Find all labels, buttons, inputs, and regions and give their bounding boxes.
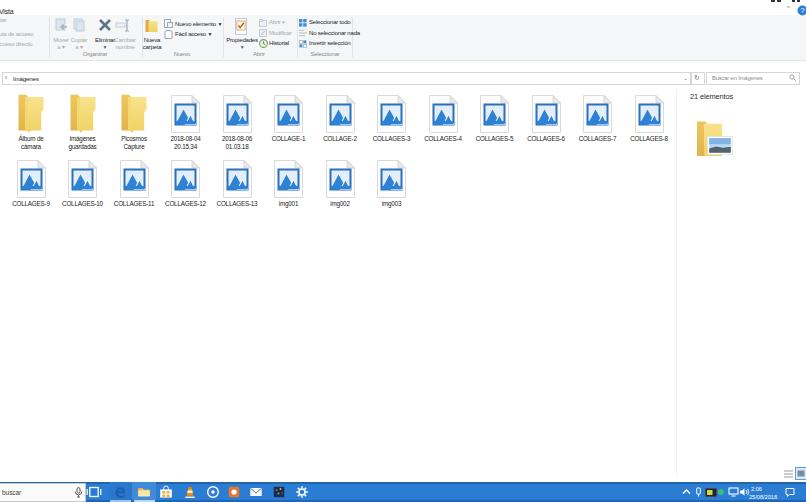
svg-text:?: ? xyxy=(800,6,804,15)
